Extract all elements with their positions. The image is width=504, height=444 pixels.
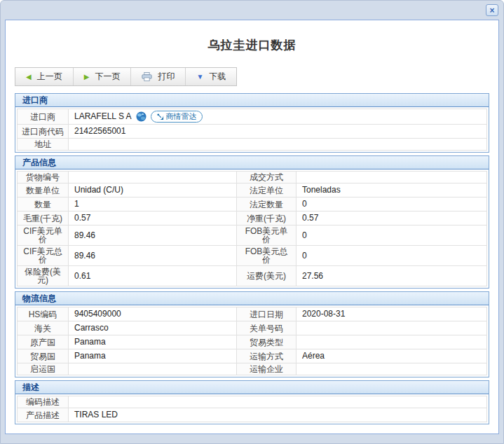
arrow-right-icon: ▶ (84, 74, 90, 81)
field-value: 1 (69, 197, 237, 211)
field-label: CIF美元总价 (18, 246, 69, 266)
table-row: 数量单位 Unidad (C/U) 法定单位 Toneladas (18, 183, 487, 197)
table-row: 启运国 运输企业 (18, 363, 487, 375)
product-info-section: 产品信息 货物编号 成交方式 数量单位 Unidad (C/U) (15, 155, 489, 289)
table-row: HS编码 9405409000 进口日期 2020-08-31 (18, 307, 487, 321)
radar-icon (156, 113, 164, 120)
field-value: 0.61 (69, 266, 237, 286)
table-row: 保险费(美元) 0.61 运费(美元) 27.56 (18, 266, 487, 286)
import-data-window: × 乌拉圭进口数据 ◀ 上一页 ▶ 下一页 打印 (0, 0, 504, 444)
prev-page-label: 上一页 (37, 71, 62, 83)
globe-icon[interactable] (136, 111, 147, 122)
field-label: 启运国 (18, 363, 69, 375)
field-label: 法定数量 (237, 197, 297, 211)
field-value: 2020-08-31 (297, 307, 487, 321)
field-label: 运费(美元) (237, 266, 297, 286)
field-value: LARAFELL S A (69, 109, 487, 125)
field-value: Carrasco (69, 321, 237, 335)
field-value (297, 172, 487, 183)
field-value (297, 363, 487, 375)
field-label: 进口商 (18, 109, 69, 125)
field-label: 进口商代码 (18, 125, 69, 139)
field-value: 27.56 (297, 266, 487, 286)
table-row: 数量 1 法定数量 0 (18, 197, 487, 211)
field-value (297, 335, 487, 349)
toolbar: ◀ 上一页 ▶ 下一页 打印 ▼ 下载 (15, 67, 237, 86)
print-label: 打印 (158, 71, 175, 83)
table-row: 进口商 LARAFELL S A (18, 109, 487, 125)
next-page-button[interactable]: ▶ 下一页 (74, 68, 132, 85)
download-label: 下载 (209, 71, 226, 83)
description-section-header: 描述 (15, 381, 489, 394)
print-button[interactable]: 打印 (131, 68, 186, 85)
field-label: FOB美元总价 (237, 246, 297, 266)
field-label: 保险费(美元) (18, 266, 69, 286)
arrow-down-icon: ▼ (196, 74, 203, 81)
prev-page-button[interactable]: ◀ 上一页 (15, 68, 74, 85)
detail-content: 进口商 进口商 LARAFELL S A (15, 93, 489, 424)
field-value (297, 321, 487, 335)
business-radar-label: 商情雷达 (166, 112, 197, 121)
field-value (69, 172, 237, 183)
field-label: 毛重(千克) (18, 211, 69, 226)
field-label: 数量单位 (18, 183, 69, 197)
field-value: Aérea (297, 349, 487, 363)
importer-section: 进口商 进口商 LARAFELL S A (15, 93, 489, 153)
field-label: 产品描述 (18, 408, 69, 422)
field-value: 89.46 (69, 226, 237, 246)
arrow-left-icon: ◀ (26, 74, 32, 81)
table-row: 进口商代码 21422565001 (18, 125, 487, 139)
field-label: 关单号码 (237, 321, 297, 335)
business-radar-badge[interactable]: 商情雷达 (151, 111, 203, 123)
field-value: TIRAS LED (69, 408, 487, 422)
field-label: FOB美元单价 (237, 226, 297, 246)
field-value: Panama (69, 335, 237, 349)
field-label: 运输企业 (237, 363, 297, 375)
page-title: 乌拉圭进口数据 (6, 37, 498, 53)
field-label: CIF美元单价 (18, 226, 69, 246)
field-label: 成交方式 (237, 172, 297, 183)
importer-name: LARAFELL S A (74, 111, 132, 122)
field-value: 9405409000 (69, 307, 237, 321)
field-value: Panama (69, 349, 237, 363)
field-value: 89.46 (69, 246, 237, 266)
field-value (69, 363, 237, 375)
close-icon: × (489, 6, 494, 15)
field-label: 编码描述 (18, 396, 69, 408)
field-label: 法定单位 (237, 183, 297, 197)
table-row: 编码描述 (18, 396, 487, 408)
table-row: CIF美元总价 89.46 FOB美元总价 0 (18, 246, 487, 266)
field-label: 进口日期 (237, 307, 297, 321)
field-label: 数量 (18, 197, 69, 211)
table-row: 货物编号 成交方式 (18, 172, 487, 183)
logistics-info-section-header: 物流信息 (15, 292, 489, 305)
table-row: 贸易国 Panama 运输方式 Aérea (18, 349, 487, 363)
printer-icon (142, 72, 152, 81)
field-label: 原产国 (18, 335, 69, 349)
field-value: 0 (297, 197, 487, 211)
table-row: 地址 (18, 139, 487, 151)
field-label: 贸易国 (18, 349, 69, 363)
table-row: CIF美元单价 89.46 FOB美元单价 0 (18, 226, 487, 246)
field-label: 货物编号 (18, 172, 69, 183)
field-value: Unidad (C/U) (69, 183, 237, 197)
field-value: 0.57 (69, 211, 237, 226)
product-info-section-header: 产品信息 (15, 156, 489, 169)
close-button[interactable]: × (486, 4, 498, 16)
field-label: 地址 (18, 139, 69, 151)
table-row: 原产国 Panama 贸易类型 (18, 335, 487, 349)
importer-section-header: 进口商 (15, 94, 489, 107)
field-label: 运输方式 (237, 349, 297, 363)
table-row: 海关 Carrasco 关单号码 (18, 321, 487, 335)
field-value: 0 (297, 226, 487, 246)
next-page-label: 下一页 (95, 71, 120, 83)
window-body: 乌拉圭进口数据 ◀ 上一页 ▶ 下一页 打印 (5, 20, 499, 434)
field-label: 净重(千克) (237, 211, 297, 226)
field-value: 21422565001 (69, 125, 487, 139)
download-button[interactable]: ▼ 下载 (186, 68, 236, 85)
field-value (69, 139, 487, 151)
field-value: 0 (297, 246, 487, 266)
description-section: 描述 编码描述 产品描述 TIRAS LED (15, 380, 489, 424)
field-label: 贸易类型 (237, 335, 297, 349)
field-label: HS编码 (18, 307, 69, 321)
